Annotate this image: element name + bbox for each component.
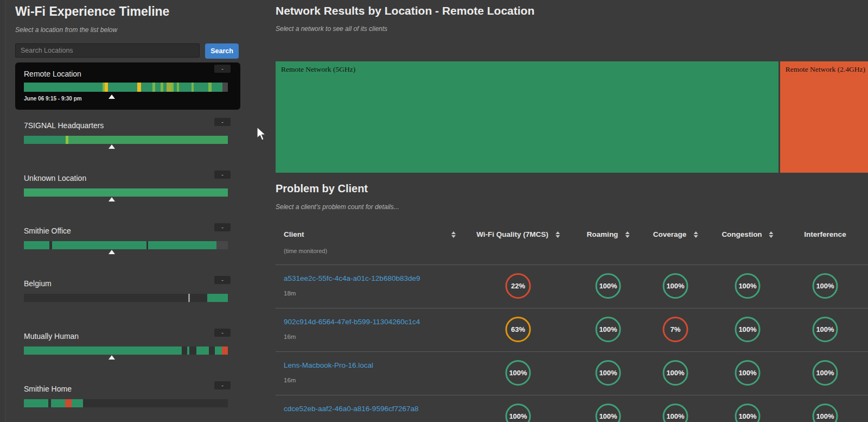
treemap-network-label: Remote Network (2.4GHz) xyxy=(780,61,868,74)
timeline-bar[interactable] xyxy=(24,136,228,144)
client-time-monitored: 16m xyxy=(284,377,296,383)
percent-ring[interactable]: 100% xyxy=(596,273,621,299)
client-link[interactable]: cdce52eb-aaf2-46a0-a816-9596cf7267a8 xyxy=(284,405,418,413)
location-item[interactable]: -Smithie Home xyxy=(15,379,240,422)
timeline-bar[interactable] xyxy=(24,83,228,92)
metric-header-cell: Congestion xyxy=(722,230,773,238)
timeline-bar[interactable] xyxy=(24,347,228,355)
treemap-network-block[interactable]: Remote Network (2.4GHz) xyxy=(780,61,868,173)
sort-icon[interactable] xyxy=(556,231,560,238)
percent-ring[interactable]: 100% xyxy=(735,404,761,422)
timeline-segment xyxy=(196,347,209,355)
sort-icon[interactable] xyxy=(451,231,456,238)
sidebar-title: Wi-Fi Experience Timeline xyxy=(15,4,169,19)
timeline-segment xyxy=(24,241,49,249)
percent-ring[interactable]: 100% xyxy=(596,404,621,422)
sort-icon[interactable] xyxy=(693,231,698,238)
collapse-button[interactable]: - xyxy=(214,329,231,337)
problem-title: Problem by Client xyxy=(276,182,368,195)
timeline-segment xyxy=(189,347,196,355)
collapse-button[interactable]: - xyxy=(214,171,231,179)
metric-header-label: Interference xyxy=(804,230,846,238)
timeline-segment xyxy=(215,347,221,355)
timeline-segment xyxy=(52,241,147,249)
timeline-marker-icon xyxy=(108,95,115,99)
metric-header-label: Congestion xyxy=(722,230,762,238)
percent-ring[interactable]: 100% xyxy=(813,404,838,422)
percent-ring[interactable]: 7% xyxy=(663,317,688,342)
percent-ring[interactable]: 22% xyxy=(506,273,531,299)
percent-ring[interactable]: 100% xyxy=(663,273,688,299)
metric-header-cell: Coverage xyxy=(653,230,698,238)
client-link[interactable]: 902c914d-6564-47ef-b599-11304260c1c4 xyxy=(284,318,420,326)
search-input[interactable] xyxy=(15,43,200,58)
sort-icon[interactable] xyxy=(625,231,629,238)
location-item[interactable]: -7SIGNAL Headquarters xyxy=(15,116,240,168)
timeline-bar[interactable] xyxy=(24,399,228,407)
location-item[interactable]: -Smithie Office xyxy=(15,221,240,274)
collapse-button[interactable]: - xyxy=(214,118,231,126)
location-name: Smithie Home xyxy=(24,385,72,393)
percent-ring[interactable]: 100% xyxy=(506,404,531,422)
timeline-segment xyxy=(208,83,212,92)
timeline-segment xyxy=(108,83,138,92)
collapse-button[interactable]: - xyxy=(214,223,231,231)
treemap-network-block[interactable]: Remote Network (5GHz) xyxy=(276,61,778,173)
client-header-cell: Client xyxy=(284,230,456,238)
timeline-segment xyxy=(222,347,228,355)
timeline-segment xyxy=(51,399,65,407)
collapse-button[interactable]: - xyxy=(214,65,231,73)
main-panel: Network Results by Location - Remote Loc… xyxy=(255,0,868,422)
location-name: Mutually Human xyxy=(24,332,79,341)
search-button[interactable]: Search xyxy=(205,43,239,59)
treemap-network-label: Remote Network (5GHz) xyxy=(276,61,778,74)
percent-ring[interactable]: 100% xyxy=(663,360,688,386)
sort-up-arrow-icon xyxy=(451,231,456,234)
location-item[interactable]: -Belgium xyxy=(15,274,240,326)
timeline-segment xyxy=(24,188,228,197)
timeline-bar[interactable] xyxy=(24,188,228,197)
percent-ring[interactable]: 100% xyxy=(813,273,838,299)
sort-icon[interactable] xyxy=(769,231,774,238)
search-row: Search xyxy=(15,43,239,59)
timeline-segment xyxy=(207,294,228,302)
client-link[interactable]: a531ee2c-55fc-4c4a-a01c-12b680b83de9 xyxy=(284,274,420,282)
percent-ring[interactable]: 63% xyxy=(506,317,531,342)
timeline-segment xyxy=(72,399,83,407)
percent-ring[interactable]: 100% xyxy=(596,360,621,386)
percent-ring[interactable]: 100% xyxy=(735,360,761,386)
timeline-bar[interactable] xyxy=(24,294,228,302)
timeline-segment xyxy=(182,347,187,355)
timeline-segment xyxy=(209,347,215,355)
location-item[interactable]: -Remote LocationJune 06 9:15 - 9:30 pm xyxy=(15,62,240,110)
timeline-segment xyxy=(179,83,192,92)
timeline-segment xyxy=(24,83,103,92)
metric-header-label: Wi-Fi Quality (7MCS) xyxy=(476,230,548,238)
client-time-monitored: 18m xyxy=(284,290,296,297)
location-item[interactable]: -Mutually Human xyxy=(15,326,240,379)
timeline-date-range: June 06 9:15 - 9:30 pm xyxy=(24,96,82,102)
table-row: 902c914d-6564-47ef-b599-11304260c1c416m6… xyxy=(276,308,868,351)
timeline-segment xyxy=(24,347,182,355)
percent-ring[interactable]: 100% xyxy=(506,360,531,386)
table-row: cdce52eb-aaf2-46a0-a816-9596cf7267a8100%… xyxy=(276,395,868,422)
timeline-segment xyxy=(148,241,216,249)
collapse-button[interactable]: - xyxy=(214,381,231,389)
percent-ring[interactable]: 100% xyxy=(813,360,838,386)
percent-ring[interactable]: 100% xyxy=(596,317,621,342)
location-name: Unknown Location xyxy=(24,174,86,182)
client-link[interactable]: Lens-Macbook-Pro-16.local xyxy=(284,361,373,369)
percent-ring[interactable]: 100% xyxy=(735,317,761,342)
percent-ring[interactable]: 100% xyxy=(663,404,688,422)
sort-down-arrow-icon xyxy=(625,235,629,238)
location-item[interactable]: -Unknown Location xyxy=(15,168,240,221)
sidebar: Wi-Fi Experience Timeline Select a locat… xyxy=(0,0,255,422)
timeline-marker-icon xyxy=(108,144,115,149)
sort-up-arrow-icon xyxy=(556,231,560,234)
timeline-marker-icon xyxy=(108,355,115,360)
timeline-bar[interactable] xyxy=(24,241,228,249)
collapse-button[interactable]: - xyxy=(214,276,231,284)
main-title: Network Results by Location - Remote Loc… xyxy=(276,4,534,17)
percent-ring[interactable]: 100% xyxy=(735,273,761,299)
percent-ring[interactable]: 100% xyxy=(813,317,838,342)
